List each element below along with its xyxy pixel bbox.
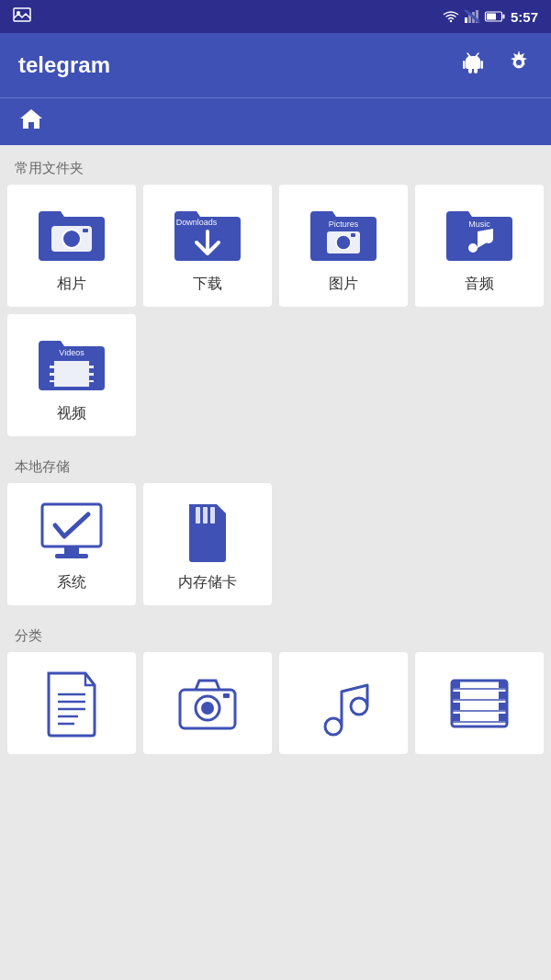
status-left [13,7,31,26]
svg-text:Music: Music [468,220,490,229]
local-storage-grid: 系统 内存储卡 [0,483,551,613]
system-label: 系统 [57,573,86,592]
svg-rect-22 [83,229,88,232]
status-bar: 5:57 [0,0,551,33]
docs-item[interactable] [7,652,136,754]
home-icon[interactable] [18,107,44,137]
svg-rect-33 [50,361,94,387]
svg-point-18 [516,60,522,65]
svg-rect-48 [210,507,215,524]
music-item[interactable]: Music 音频 [415,185,544,307]
svg-text:Pictures: Pictures [329,220,359,229]
image-icon [13,7,31,22]
svg-rect-35 [50,368,54,373]
svg-rect-10 [487,14,496,20]
sdcard-item[interactable]: 内存储卡 [143,483,272,605]
music-cat-item[interactable] [279,652,408,754]
svg-rect-64 [499,692,507,699]
svg-rect-66 [499,714,507,721]
status-time: 5:57 [511,9,538,25]
svg-text:Downloads: Downloads [176,218,218,227]
svg-rect-37 [50,382,54,387]
svg-rect-9 [502,15,504,19]
empty-2 [279,314,408,436]
videos-label: 视频 [57,404,86,423]
app-bar-icons [459,49,533,83]
signal-icon [465,10,479,23]
system-item[interactable]: 系统 [7,483,136,605]
system-icon [30,500,113,564]
downloads-label: 下载 [193,275,222,294]
settings-icon[interactable] [505,49,533,83]
svg-rect-36 [50,376,54,380]
battery-icon [485,11,505,22]
music-cat-icon [314,671,374,739]
svg-rect-60 [452,692,460,699]
svg-rect-59 [452,681,460,688]
svg-rect-0 [14,8,30,21]
svg-text:Videos: Videos [59,348,84,357]
svg-rect-38 [89,361,94,366]
svg-rect-57 [223,693,230,698]
camera-icon [175,673,240,737]
videos-grid: Videos 视频 [0,314,551,444]
app-bar: telegram [0,33,551,97]
svg-rect-46 [196,507,200,524]
downloads-icon: Downloads [166,201,249,265]
svg-rect-43 [44,506,99,545]
app-title: telegram [18,52,459,78]
empty-1 [143,314,272,436]
empty-3 [415,314,544,436]
photos-item[interactable]: 相片 [7,185,136,307]
home-bar[interactable] [0,97,551,145]
svg-rect-13 [463,61,466,69]
svg-point-29 [340,239,347,246]
svg-point-21 [66,233,77,244]
wifi-icon [443,10,459,23]
downloads-item[interactable]: Downloads 下载 [143,185,272,307]
empty-4 [279,483,408,605]
videos-item[interactable]: Videos 视频 [7,314,136,436]
docs-icon [39,669,104,741]
svg-rect-62 [452,714,460,721]
local-storage-label: 本地存储 [0,444,551,483]
pictures-icon: Pictures [302,201,385,265]
categories-grid [0,652,551,761]
svg-rect-65 [499,703,507,710]
video-cat-item[interactable] [415,652,544,754]
categories-label: 分类 [0,613,551,652]
svg-point-56 [201,702,214,715]
svg-rect-61 [452,703,460,710]
music-icon: Music [438,201,521,265]
svg-rect-30 [351,233,355,237]
empty-5 [415,483,544,605]
android-icon[interactable] [459,49,487,83]
svg-rect-45 [55,554,88,558]
svg-rect-47 [203,507,208,524]
svg-rect-40 [89,376,94,380]
svg-rect-34 [50,361,54,366]
camera-item[interactable] [143,652,272,754]
photos-label: 相片 [57,275,86,294]
pictures-item[interactable]: Pictures 图片 [279,185,408,307]
sdcard-label: 内存储卡 [178,573,237,592]
svg-rect-44 [64,546,79,554]
svg-rect-14 [481,61,484,69]
common-folders-grid: 相片 Downloads 下载 Pictures [0,185,551,314]
photos-icon [30,201,113,265]
pictures-label: 图片 [329,275,358,294]
video-cat-icon [447,673,512,737]
svg-rect-41 [89,382,94,387]
svg-rect-2 [465,17,467,23]
videos-icon: Videos [30,331,113,395]
svg-rect-63 [499,681,507,688]
common-folders-label: 常用文件夹 [0,145,551,185]
status-icons: 5:57 [443,9,538,25]
sdcard-icon [166,500,249,564]
music-label: 音频 [465,275,494,294]
svg-rect-39 [89,368,94,373]
